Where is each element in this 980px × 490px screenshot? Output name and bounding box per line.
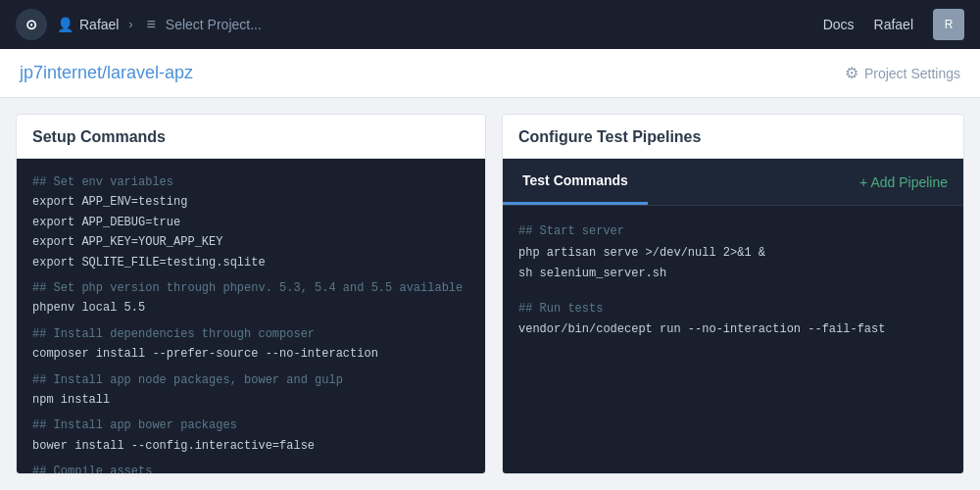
add-pipeline-button[interactable]: + Add Pipeline [844,165,963,200]
code-comment: ## Start server [518,221,948,243]
code-line: bower install --config.interactive=false [32,436,469,456]
header-left: ⊙ 👤 Rafael › ≡ Select Project... [16,9,262,40]
gear-icon: ⚙ [845,64,858,82]
project-settings-button[interactable]: ⚙ Project Settings [845,64,960,82]
setup-commands-title: Setup Commands [17,115,485,159]
code-group: ## Run testsvendor/bin/codecept run --no… [518,299,948,341]
code-line: ## Install dependencies through composer [32,324,469,344]
avatar-text: R [945,18,954,31]
header-right: Docs Rafael R [823,9,964,40]
code-line: vendor/bin/codecept run --no-interaction… [518,319,948,341]
code-line: npm install [32,390,469,410]
code-group: ## Start serverphp artisan serve >/dev/n… [518,221,948,285]
main-header: ⊙ 👤 Rafael › ≡ Select Project... Docs Ra… [0,0,980,49]
code-line: ## Compile assets [32,462,469,473]
code-line: sh selenium_server.sh [518,264,948,285]
project-settings-label: Project Settings [864,66,960,81]
user-info[interactable]: 👤 Rafael [57,17,119,32]
project-selector[interactable]: Select Project... [166,17,262,32]
menu-icon[interactable]: ≡ [146,16,155,33]
docs-link[interactable]: Docs [823,17,855,32]
code-line: ## Install app bower packages [32,416,469,435]
test-commands-code[interactable]: ## Start serverphp artisan serve >/dev/n… [503,206,963,473]
logo-icon: ⊙ [25,17,37,32]
breadcrumb-chevron: › [128,18,132,31]
code-line: export SQLITE_FILE=testing.sqlite [32,253,469,272]
configure-test-title: Configure Test Pipelines [503,115,963,159]
pipeline-tabs: Test Commands + Add Pipeline [503,159,963,206]
code-line: ## Install app node packages, bower and … [32,370,469,390]
avatar[interactable]: R [933,9,964,40]
code-line: php artisan serve >/dev/null 2>&1 & [518,243,948,265]
app-logo[interactable]: ⊙ [16,9,47,40]
header-username: Rafael [79,17,119,32]
code-line: export APP_ENV=testing [32,192,469,212]
setup-commands-panel: Setup Commands ## Set env variablesexpor… [16,114,486,474]
main-content: Setup Commands ## Set env variablesexpor… [0,98,980,490]
configure-test-panel: Configure Test Pipelines Test Commands +… [502,114,964,474]
code-line: phpenv local 5.5 [32,298,469,318]
nav-username: Rafael [874,17,913,32]
code-line: ## Set php version through phpenv. 5.3, … [32,278,469,298]
user-icon: 👤 [57,17,74,32]
code-line: export APP_DEBUG=true [32,213,469,232]
code-line: ## Set env variables [32,172,469,192]
code-comment: ## Run tests [518,299,948,320]
project-bar: jp7internet/laravel-apz ⚙ Project Settin… [0,49,980,98]
test-commands-tab[interactable]: Test Commands [503,159,648,205]
code-line: export APP_KEY=YOUR_APP_KEY [32,232,469,252]
code-line: composer install --prefer-source --no-in… [32,344,469,364]
project-name[interactable]: jp7internet/laravel-apz [20,63,193,83]
setup-commands-code[interactable]: ## Set env variablesexport APP_ENV=testi… [17,159,485,473]
